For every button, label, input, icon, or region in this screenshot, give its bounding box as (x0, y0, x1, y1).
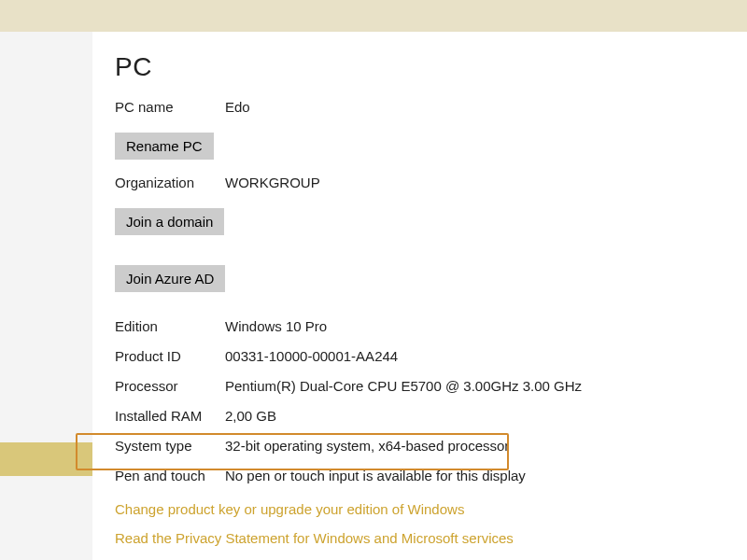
label-pen-touch: Pen and touch (115, 468, 225, 483)
label-organization: Organization (115, 175, 225, 190)
page-body: PC PC name Edo Rename PC Organization WO… (0, 32, 747, 560)
rename-pc-button[interactable]: Rename PC (115, 133, 214, 160)
change-product-key-link[interactable]: Change product key or upgrade your editi… (115, 501, 725, 517)
row-pc-name: PC name Edo (115, 99, 725, 121)
value-organization: WORKGROUP (225, 175, 320, 190)
content-pane: PC PC name Edo Rename PC Organization WO… (92, 32, 747, 560)
value-pc-name: Edo (225, 99, 250, 115)
label-pc-name: PC name (115, 99, 225, 115)
value-processor: Pentium(R) Dual-Core CPU E5700 @ 3.00GHz… (225, 378, 582, 394)
value-product-id: 00331-10000-00001-AA244 (225, 348, 398, 364)
row-system-type: System type 32-bit operating system, x64… (115, 438, 725, 460)
row-organization: Organization WORKGROUP (115, 175, 725, 197)
settings-sidebar (0, 32, 92, 560)
row-product-id: Product ID 00331-10000-00001-AA244 (115, 348, 725, 371)
label-edition: Edition (115, 318, 225, 334)
join-azure-ad-button[interactable]: Join Azure AD (115, 265, 225, 292)
row-pen-touch: Pen and touch No pen or touch input is a… (115, 468, 725, 490)
top-ribbon-band (0, 0, 747, 32)
value-pen-touch: No pen or touch input is available for t… (225, 468, 526, 483)
row-edition: Edition Windows 10 Pro (115, 318, 725, 341)
row-processor: Processor Pentium(R) Dual-Core CPU E5700… (115, 378, 725, 400)
label-product-id: Product ID (115, 348, 225, 364)
join-domain-button[interactable]: Join a domain (115, 208, 224, 235)
value-installed-ram: 2,00 GB (225, 408, 276, 424)
label-processor: Processor (115, 378, 225, 394)
value-edition: Windows 10 Pro (225, 318, 327, 334)
value-system-type: 32-bit operating system, x64-based proce… (225, 438, 509, 454)
system-info-block: Edition Windows 10 Pro Product ID 00331-… (115, 318, 725, 490)
privacy-statement-link[interactable]: Read the Privacy Statement for Windows a… (115, 530, 725, 546)
row-installed-ram: Installed RAM 2,00 GB (115, 408, 725, 430)
label-installed-ram: Installed RAM (115, 408, 225, 424)
sidebar-selected-item[interactable] (0, 442, 92, 476)
label-system-type: System type (115, 438, 225, 454)
page-title: PC (115, 52, 725, 82)
